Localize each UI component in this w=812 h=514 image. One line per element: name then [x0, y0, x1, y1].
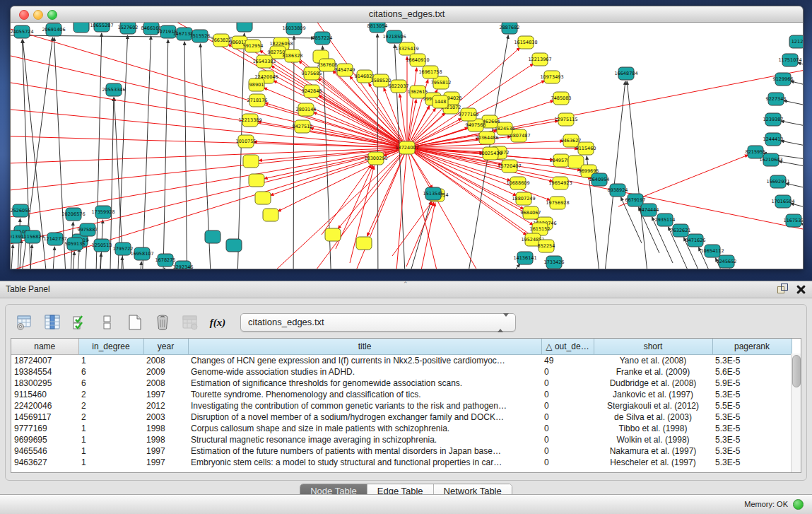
table-cell[interactable]: 5.6E-5	[712, 366, 792, 378]
table-scrollbar[interactable]	[791, 354, 801, 472]
table-row[interactable]: 969969511998Structural magnetic resonanc…	[11, 434, 792, 445]
table-cell[interactable]: Estimation of the future numbers of pati…	[188, 445, 541, 457]
table-cell[interactable]: 5.3E-5	[712, 445, 792, 457]
graph-edge[interactable]	[11, 81, 407, 148]
graph-node[interactable]: 1239387	[763, 113, 784, 126]
table-cell[interactable]: 1	[78, 457, 143, 468]
table-cell[interactable]: Franke et al. (2009)	[594, 366, 712, 378]
graph-node[interactable]: 17016504	[771, 195, 794, 208]
graph-node[interactable]: 15692971	[766, 175, 789, 188]
table-cell[interactable]: 5.3E-5	[712, 389, 792, 400]
graph-node[interactable]: 9975887	[78, 223, 98, 236]
graph-node[interactable]: 20206576	[61, 208, 85, 221]
table-row[interactable]: 1938455462009Genome-wide association stu…	[11, 366, 792, 378]
network-graph[interactable]: 2405572420691406106552871527602846616010…	[11, 23, 803, 269]
table-cell[interactable]: 18724007	[11, 355, 78, 367]
table-cell[interactable]: 5.3E-5	[712, 423, 792, 434]
graph-node[interactable]: 1250513	[92, 239, 112, 252]
graph-edge[interactable]	[407, 148, 803, 233]
graph-node[interactable]: 39139	[11, 230, 21, 243]
graph-edge[interactable]	[401, 201, 431, 269]
graph-edge[interactable]	[406, 202, 434, 267]
graph-node[interactable]: 9242848	[302, 85, 322, 98]
table-cell[interactable]: 1998	[143, 434, 188, 445]
graph-node[interactable]: 6822037	[389, 80, 409, 93]
table-row[interactable]: 911546021997Tourette syndrome. Phenomeno…	[11, 389, 792, 400]
table-cell[interactable]: 9699695	[11, 434, 78, 445]
graph-edge[interactable]	[781, 121, 803, 128]
graph-node[interactable]: 5059135	[65, 238, 86, 250]
graph-node[interactable]: 2526055	[11, 204, 30, 217]
graph-node[interactable]: 8186328	[283, 49, 303, 62]
graph-node[interactable]	[205, 230, 220, 243]
graph-edge[interactable]	[184, 42, 187, 269]
graph-node[interactable]: 7632621	[671, 224, 691, 237]
graph-node[interactable]: 13325419	[395, 42, 418, 55]
graph-edge[interactable]	[11, 245, 13, 269]
table-cell[interactable]: 49	[541, 355, 594, 367]
table-cell[interactable]: 5.3E-5	[712, 457, 792, 468]
graph-node[interactable]: 2803144	[296, 103, 317, 116]
table-row[interactable]: 977716911998Corpus callosum shape and si…	[11, 423, 792, 434]
table-cell[interactable]: de Silva et al. (2003)	[594, 411, 712, 423]
column-header-short[interactable]: short	[594, 339, 712, 355]
table-cell[interactable]: 2008	[143, 378, 188, 389]
graph-node[interactable]: 18807249	[512, 192, 535, 205]
graph-node[interactable]	[249, 174, 264, 187]
graph-node[interactable]	[255, 192, 271, 204]
graph-node[interactable]: 9474444	[639, 204, 659, 216]
graph-edge[interactable]	[797, 62, 803, 69]
graph-node[interactable]: 9777169	[459, 108, 479, 121]
graph-node[interactable]: 98901	[249, 78, 264, 91]
table-cell[interactable]: 5.3E-5	[712, 434, 792, 445]
clear-selection-icon[interactable]	[98, 313, 117, 332]
table-cell[interactable]: Tibbo et al. (1998)	[594, 423, 712, 434]
graph-node[interactable]: 9129966	[773, 73, 794, 86]
table-cell[interactable]: 1	[78, 434, 143, 445]
graph-node[interactable]: 1733426	[544, 256, 565, 269]
graph-node[interactable]: 2887682	[500, 23, 520, 34]
table-cell[interactable]: 0	[541, 411, 594, 423]
graph-edge[interactable]	[161, 268, 165, 269]
table-cell[interactable]: 0	[541, 389, 594, 400]
graph-node[interactable]: 16958107	[130, 247, 153, 260]
table-cell[interactable]: 2	[78, 389, 143, 400]
table-cell[interactable]: 18300295	[11, 378, 78, 389]
table-row[interactable]: 1872400712008Changes of HCN gene express…	[11, 355, 792, 367]
graph-edge[interactable]	[11, 148, 407, 164]
graph-node[interactable]: 9115460	[576, 142, 596, 155]
graph-node[interactable]: 10973493	[540, 71, 563, 83]
graph-node[interactable]: 16640910	[406, 54, 429, 66]
table-cell[interactable]: 5.3E-5	[712, 411, 792, 423]
graph-node[interactable]	[243, 155, 259, 168]
graph-edge[interactable]	[497, 264, 520, 269]
table-cell[interactable]: 0	[541, 423, 594, 434]
table-selector-dropdown[interactable]: citations_edges.txt	[240, 313, 516, 332]
graph-edge[interactable]	[522, 268, 549, 269]
graph-edge[interactable]	[95, 33, 102, 269]
table-cell[interactable]: Jankovic et al. (1997)	[594, 389, 712, 400]
table-cell[interactable]: 5.9E-5	[712, 378, 792, 389]
graph-node[interactable]: 1527602	[118, 23, 139, 34]
table-row[interactable]: 946554611997Estimation of the future num…	[11, 445, 792, 457]
table-cell[interactable]: 2003	[143, 411, 188, 423]
table-cell[interactable]: 2	[78, 411, 143, 423]
graph-node[interactable]: 19654923	[548, 177, 572, 189]
table-cell[interactable]: Changes of HCN gene expression and I(f) …	[188, 355, 541, 367]
new-file-icon[interactable]	[126, 313, 144, 332]
table-cell[interactable]: 2012	[143, 400, 188, 411]
table-cell[interactable]: 1998	[143, 423, 188, 434]
node-table[interactable]: namein_degreeyeartitle△ out_de…shortpage…	[11, 339, 792, 468]
table-cell[interactable]: Hescheler et al. (1997)	[594, 457, 712, 468]
graph-node[interactable]: 24055724	[11, 25, 34, 38]
create-column-icon[interactable]	[43, 313, 61, 332]
graph-node[interactable]: 10655287	[90, 23, 113, 32]
graph-edge[interactable]	[627, 81, 651, 269]
graph-node[interactable]: 2718176	[247, 94, 268, 107]
network-canvas[interactable]: 2405572420691406106552871527602846616010…	[11, 23, 803, 269]
graph-node[interactable]	[325, 228, 341, 241]
table-cell[interactable]: 1997	[143, 445, 188, 457]
close-panel-icon[interactable]	[796, 284, 805, 293]
table-cell[interactable]: 22420046	[11, 400, 78, 411]
table-cell[interactable]: 1997	[143, 389, 188, 400]
